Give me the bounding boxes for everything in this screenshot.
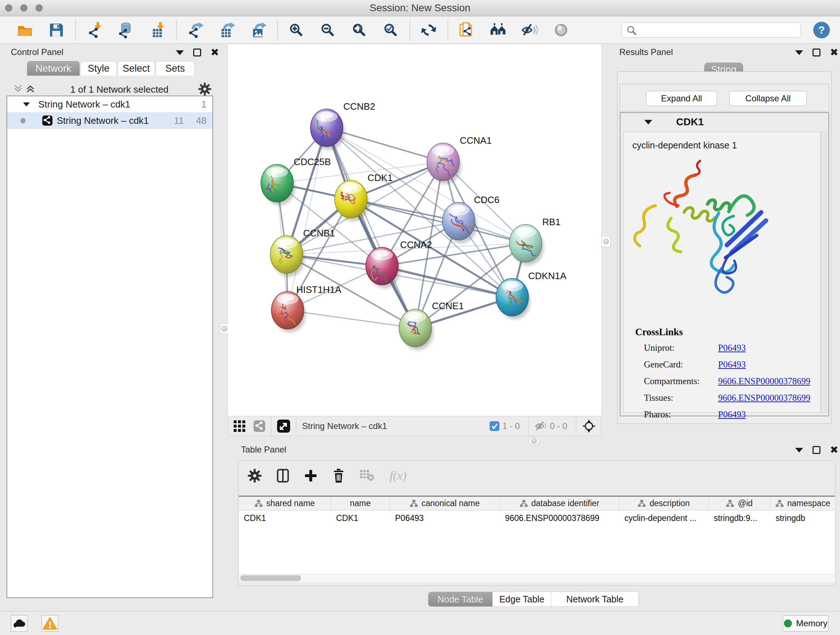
import-table-button[interactable] [147, 19, 168, 41]
tab-node-table[interactable]: Node Table [428, 592, 493, 606]
zoom-out-button[interactable] [317, 19, 338, 41]
tab-edge-table[interactable]: Edge Table [493, 592, 551, 606]
search-field[interactable] [622, 22, 801, 38]
network-view-icon[interactable] [254, 420, 265, 432]
network-node-RB1[interactable] [509, 225, 544, 265]
column-header-database-identifier[interactable]: database identifier [500, 497, 619, 510]
refresh-button[interactable] [418, 19, 439, 41]
collection-expand-icon[interactable] [23, 102, 30, 106]
column-header-name[interactable]: name [331, 497, 390, 510]
column-header-canonical-name[interactable]: canonical name [390, 497, 500, 510]
left-splitter-handle[interactable] [220, 324, 229, 334]
network-collection-row[interactable]: String Network – cdk1 1 [7, 96, 212, 112]
section-collapse-icon[interactable] [644, 120, 652, 125]
right-splitter-handle[interactable] [601, 236, 611, 247]
tab-network[interactable]: Network [27, 61, 80, 76]
panel-close-icon[interactable]: ✖ [830, 446, 838, 454]
crosslink-link[interactable]: 9606.ENSP00000378699 [718, 393, 810, 403]
help-button[interactable]: ? [813, 21, 831, 39]
table-cell[interactable]: P06493 [390, 510, 500, 525]
expand-all-button[interactable]: Expand All [646, 91, 717, 106]
tab-network-table[interactable]: Network Table [551, 592, 639, 606]
network-graph[interactable]: CCNB2CCNA1CDC25BCDK1CDC6RB1CCNB1CCNA2CDK… [228, 44, 601, 416]
zoom-selected-button[interactable] [380, 19, 401, 41]
zoom-in-button[interactable] [286, 19, 307, 41]
network-node-CDKN1A[interactable] [496, 279, 531, 319]
crosslink-link[interactable]: P06493 [718, 359, 745, 370]
network-node-CCNA2[interactable] [366, 247, 400, 288]
import-network-button[interactable] [84, 19, 105, 41]
table-cell[interactable]: cyclin-dependent ... [619, 510, 709, 525]
tab-style[interactable]: Style [80, 61, 117, 76]
table-cell[interactable]: CDK1 [239, 510, 331, 525]
preview-eye-button[interactable] [551, 19, 572, 41]
network-node-CDC25B[interactable] [261, 165, 295, 205]
grid-view-icon[interactable] [233, 420, 246, 432]
detach-view-icon[interactable] [277, 420, 290, 432]
column-header-description[interactable]: description [619, 497, 709, 510]
panel-float-icon[interactable] [176, 50, 184, 55]
network-options-gear-icon[interactable] [198, 82, 211, 96]
tab-select[interactable]: Select [118, 61, 155, 76]
save-session-button[interactable] [46, 19, 67, 41]
collapse-all-icon[interactable] [13, 84, 23, 93]
crosslink-link[interactable]: P06493 [718, 343, 745, 353]
table-cell[interactable]: CDK1 [331, 510, 390, 525]
tab-sets[interactable]: Sets [156, 61, 195, 76]
network-canvas[interactable]: CCNB2CCNA1CDC25BCDK1CDC6RB1CCNB1CCNA2CDK… [228, 44, 601, 416]
birds-eye-view-icon[interactable] [582, 419, 596, 433]
string-document-button[interactable] [456, 19, 477, 41]
string-home-button[interactable] [488, 19, 508, 41]
add-column-icon[interactable] [304, 469, 317, 482]
delete-column-icon[interactable] [332, 469, 345, 483]
crosslink-link[interactable]: 9606.ENSP00000378699 [718, 376, 810, 386]
selected-checkbox-icon[interactable] [489, 421, 500, 431]
column-header--id[interactable]: @id [709, 497, 771, 510]
network-node-CCNA1[interactable] [427, 143, 461, 184]
expand-all-icon[interactable] [25, 84, 35, 93]
zoom-fit-button[interactable] [349, 19, 370, 41]
import-database-button[interactable] [115, 19, 136, 41]
hidden-eye-slash-icon[interactable] [535, 421, 547, 432]
panel-close-icon[interactable]: ✖ [210, 49, 219, 57]
clear-table-icon[interactable] [360, 470, 374, 481]
panel-maximize-icon[interactable] [813, 49, 821, 57]
close-window-button[interactable] [5, 4, 12, 11]
network-node-HIST1H1A[interactable] [271, 291, 306, 333]
results-scrollbar[interactable] [821, 132, 826, 413]
cloud-status-button[interactable] [11, 615, 27, 632]
network-node-CCNE1[interactable] [399, 309, 433, 350]
table-cell[interactable]: stringdb:9... [709, 510, 771, 525]
network-node-CDC6[interactable] [442, 203, 477, 243]
crosslink-link[interactable]: P06493 [718, 409, 745, 420]
gear-icon[interactable] [248, 469, 262, 483]
memory-button[interactable]: Memory [783, 616, 829, 631]
panel-maximize-icon[interactable] [193, 49, 201, 57]
network-node-CDK1[interactable] [335, 180, 369, 221]
panel-float-icon[interactable] [795, 50, 803, 55]
network-row[interactable]: String Network – cdk1 11 48 [7, 112, 212, 129]
hide-glass-button[interactable] [519, 19, 540, 41]
table-cell[interactable]: 9606.ENSP00000378699 [500, 510, 619, 525]
open-file-button[interactable] [14, 19, 35, 41]
warning-status-button[interactable] [42, 615, 58, 632]
minimize-window-button[interactable] [20, 4, 27, 11]
scrollbar-thumb[interactable] [240, 575, 301, 581]
panel-close-icon[interactable]: ✖ [830, 49, 838, 57]
column-header-namespace[interactable]: namespace [771, 497, 836, 510]
function-builder-icon[interactable]: f(x) [390, 469, 407, 483]
gene-section-header[interactable]: CDK1 [621, 113, 829, 131]
network-node-CCNB2[interactable] [310, 109, 345, 150]
zoom-window-button[interactable] [35, 4, 43, 11]
column-header-shared-name[interactable]: shared name [239, 497, 331, 510]
table-cell[interactable]: stringdb [771, 510, 836, 525]
table-horizontal-scrollbar[interactable] [239, 575, 835, 582]
columns-icon[interactable] [277, 469, 289, 483]
export-table-button[interactable] [216, 19, 237, 41]
export-network-button[interactable] [185, 19, 206, 41]
panel-maximize-icon[interactable] [813, 446, 821, 454]
search-input[interactable] [640, 25, 796, 35]
export-image-button[interactable] [248, 19, 269, 41]
panel-float-icon[interactable] [795, 448, 803, 453]
collapse-all-button[interactable]: Collapse All [729, 91, 807, 106]
